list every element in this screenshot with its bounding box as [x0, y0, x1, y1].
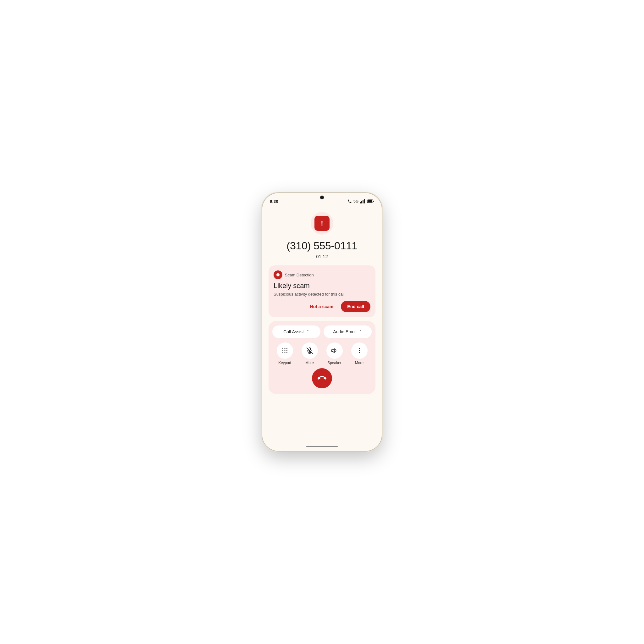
keypad-icon-container — [277, 342, 293, 359]
status-time: 9:30 — [270, 199, 278, 204]
signal-icon — [360, 199, 366, 203]
scam-record-dot — [276, 273, 280, 276]
battery-icon — [367, 199, 374, 203]
svg-point-12 — [282, 352, 283, 353]
mute-button[interactable]: Mute — [302, 342, 318, 365]
scam-card-header: Scam Detection — [274, 270, 370, 279]
call-assist-label: Call Assist — [283, 329, 304, 334]
notch — [303, 193, 341, 205]
svg-rect-1 — [361, 201, 362, 203]
svg-rect-0 — [360, 202, 361, 203]
more-icon-container — [351, 342, 368, 359]
scam-record-icon — [274, 270, 282, 279]
mute-label: Mute — [305, 361, 314, 365]
speaker-label: Speaker — [327, 361, 341, 365]
svg-point-13 — [284, 352, 285, 353]
camera — [320, 196, 324, 199]
mute-icon-container — [302, 342, 318, 359]
svg-point-10 — [284, 350, 285, 351]
audio-emoji-button[interactable]: Audio Emoji ⌃ — [324, 325, 372, 338]
call-content: ! (310) 555-0111 01:12 Scam Detection Li… — [262, 206, 382, 442]
svg-point-20 — [359, 350, 360, 351]
control-buttons: Keypad — [272, 342, 372, 365]
end-call-row — [272, 368, 372, 390]
assist-row: Call Assist ⌃ Audio Emoji ⌃ — [272, 325, 372, 338]
hang-up-button[interactable] — [312, 368, 332, 388]
warning-icon-container: ! — [311, 212, 333, 235]
call-assist-chevron-icon: ⌃ — [306, 330, 309, 334]
svg-point-7 — [284, 348, 285, 349]
scam-title: Likely scam — [274, 282, 370, 290]
more-icon — [356, 347, 363, 354]
more-label: More — [355, 361, 364, 365]
svg-point-6 — [282, 348, 283, 349]
call-timer: 01:12 — [316, 254, 328, 259]
phone-device: 9:30 5G — [262, 193, 382, 451]
scam-detection-card: Scam Detection Likely scam Suspicious ac… — [269, 265, 375, 317]
scam-description: Suspicious activity detected for this ca… — [274, 292, 370, 297]
audio-emoji-chevron-icon: ⌃ — [359, 330, 362, 334]
home-bar — [306, 446, 338, 447]
svg-point-8 — [286, 348, 287, 349]
hang-up-icon — [318, 374, 326, 383]
scam-detection-label: Scam Detection — [285, 273, 314, 277]
svg-point-21 — [359, 352, 360, 353]
call-assist-button[interactable]: Call Assist ⌃ — [272, 325, 320, 338]
end-call-button[interactable]: End call — [341, 301, 370, 312]
svg-rect-5 — [368, 200, 372, 203]
audio-emoji-label: Audio Emoji — [333, 329, 357, 334]
keypad-button[interactable]: Keypad — [277, 342, 293, 365]
svg-rect-2 — [363, 200, 364, 203]
keypad-icon — [281, 347, 288, 354]
not-a-scam-button[interactable]: Not a scam — [306, 302, 337, 312]
speaker-button[interactable]: Speaker — [326, 342, 343, 365]
more-button[interactable]: More — [351, 342, 368, 365]
svg-rect-3 — [364, 199, 365, 203]
svg-marker-18 — [331, 349, 334, 353]
phone-screen: 9:30 5G — [262, 193, 382, 451]
network-type: 5G — [353, 199, 358, 203]
status-icons: 5G — [347, 199, 374, 203]
speaker-icon-container — [326, 342, 343, 359]
keypad-label: Keypad — [278, 361, 291, 365]
warning-icon: ! — [314, 216, 330, 231]
bottom-controls: Call Assist ⌃ Audio Emoji ⌃ — [269, 321, 375, 394]
svg-point-11 — [286, 350, 287, 351]
svg-point-9 — [282, 350, 283, 351]
home-indicator — [262, 442, 382, 451]
speaker-icon — [331, 347, 338, 354]
phone-number: (310) 555-0111 — [286, 240, 358, 252]
status-bar: 9:30 5G — [262, 193, 382, 206]
call-status-icon — [347, 199, 352, 203]
mute-icon — [306, 347, 313, 354]
svg-point-14 — [286, 352, 287, 353]
scam-actions: Not a scam End call — [274, 301, 370, 312]
svg-point-19 — [359, 348, 360, 349]
